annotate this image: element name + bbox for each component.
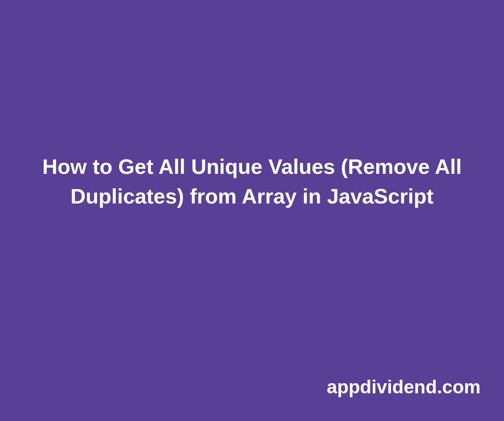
article-title: How to Get All Unique Values (Remove All… [0,152,504,211]
site-name: appdividend.com [327,376,481,398]
